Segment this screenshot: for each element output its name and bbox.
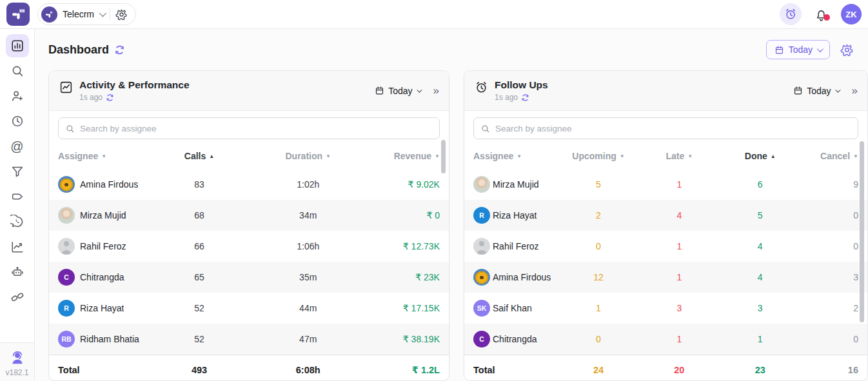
followups-date-filter[interactable]: Today [793,86,838,96]
dashboard-settings-gear-icon[interactable] [840,43,854,57]
chevron-down-icon [817,46,824,52]
refresh-icon[interactable] [106,93,114,102]
followups-panel-title: Follow Ups [495,79,548,92]
follow-ups-panel: Follow Ups 1s ago [464,70,868,381]
table-row: Amina Firdous 12 1 4 3 [464,262,867,293]
followups-table-header: Assignee▼ Upcoming▼ Late▼ Done▲ Cancel▼ [464,143,867,169]
followups-search-input[interactable] [495,124,851,133]
column-header-assignee[interactable]: Assignee▼ [473,151,558,161]
expand-panel-button[interactable]: » [433,85,439,96]
sort-desc-icon: ▼ [435,154,440,159]
main-content: Dashboard Today [35,29,868,381]
whatsapp-icon [10,215,25,229]
sort-desc-icon: ▼ [517,154,522,159]
total-upcoming: 24 [558,365,638,375]
total-label: Total [473,365,558,375]
support-headset-icon[interactable] [9,349,26,366]
column-header-duration[interactable]: Duration▼ [233,151,382,161]
telecrm-logo [6,3,30,26]
column-header-upcoming[interactable]: Upcoming▼ [558,151,638,161]
page-header: Dashboard Today [35,29,868,70]
column-header-cancel[interactable]: Cancel▼ [800,151,858,161]
global-date-filter-label: Today [789,44,813,55]
robot-icon [10,265,25,279]
sidebar-item-history[interactable] [6,110,29,133]
column-header-late[interactable]: Late▼ [639,151,720,161]
sidebar-item-labels[interactable] [6,185,29,208]
calendar-icon [774,45,784,55]
sort-desc-icon: ▼ [620,154,625,159]
column-header-revenue[interactable]: Revenue▼ [382,151,440,161]
sidebar-footer: v182.1 [0,342,34,381]
page-title: Dashboard [48,43,125,57]
scrollbar-thumb[interactable] [441,140,446,173]
calendar-icon [793,86,803,95]
total-label: Total [58,365,165,375]
followups-panel-header: Follow Ups 1s ago [464,71,867,111]
column-header-done[interactable]: Done▲ [720,151,800,161]
table-row: RRiza Hayat 2 4 5 0 [464,200,867,231]
workspace-switcher[interactable]: Telecrm [37,3,136,25]
avatar [473,176,490,193]
total-done: 23 [720,365,800,375]
global-date-filter-button[interactable]: Today [766,40,830,59]
refresh-icon[interactable] [114,44,125,55]
workspace-settings-gear-icon[interactable] [115,8,128,21]
sidebar-item-integrations[interactable] [6,286,29,309]
sidebar-item-search[interactable] [6,59,29,83]
column-header-assignee[interactable]: Assignee▼ [58,151,165,161]
chevron-down-icon [417,87,422,92]
activity-panel-title: Activity & Performance [79,79,190,92]
sidebar-nav: @ [0,29,35,381]
total-cancel: 16 [800,365,858,375]
sort-asc-icon: ▲ [209,154,214,159]
avatar: C [58,269,75,286]
sidebar-item-add-lead[interactable] [6,84,29,108]
total-duration: 6:08h [233,365,382,375]
alarm-clock-icon [784,8,797,21]
trend-analytics-icon [10,240,25,254]
sort-desc-icon: ▼ [101,154,106,159]
followups-total-row: Total 24 20 23 16 [464,355,867,381]
table-row: CChitrangda 0 1 1 0 [464,324,867,355]
tag-label-icon [10,190,25,204]
table-row: RBRidham Bhatia 52 47m ₹ 38.19K [49,324,449,355]
scrollbar-thumb[interactable] [860,141,864,322]
sidebar-item-filters[interactable] [6,160,29,183]
sidebar-item-whatsapp[interactable] [6,210,29,233]
chevron-down-icon [99,10,106,17]
total-late: 20 [639,365,720,375]
total-calls: 493 [165,365,234,375]
sidebar-item-mentions[interactable]: @ [6,135,29,158]
sort-desc-icon: ▼ [853,154,858,159]
notification-badge-dot [824,14,830,21]
column-header-calls[interactable]: Calls▲ [165,151,234,161]
table-row: Rahil Feroz 0 1 4 0 [464,231,867,262]
chevron-down-icon [835,87,840,92]
refresh-icon[interactable] [521,93,529,102]
sort-asc-icon: ▲ [771,154,776,159]
activity-search-input[interactable] [80,124,433,133]
total-revenue: ₹ 1.2L [382,365,440,375]
reminders-button[interactable] [780,3,802,25]
app-version: v182.1 [5,368,28,377]
workspace-logo [41,6,57,23]
sidebar-item-analytics[interactable] [6,235,29,259]
activity-date-filter[interactable]: Today [375,86,420,96]
sidebar-item-dashboard[interactable] [6,34,29,57]
activity-trend-icon [59,81,73,94]
table-row: CChitrangda 65 35m ₹ 23K [49,262,449,293]
user-avatar[interactable]: ZK [841,4,862,24]
sidebar-item-automation[interactable] [6,260,29,284]
activity-performance-panel: Activity & Performance 1s ago [48,70,449,381]
search-icon [480,124,490,133]
followups-updated-label: 1s ago [495,93,518,102]
notifications-button[interactable] [814,8,828,21]
link-chain-icon [10,290,25,304]
telecrm-logo-icon [10,6,26,22]
expand-panel-button[interactable]: » [852,85,857,96]
avatar [58,207,75,224]
avatar [58,238,75,255]
activity-updated-label: 1s ago [79,93,103,102]
calendar-icon [375,86,384,95]
